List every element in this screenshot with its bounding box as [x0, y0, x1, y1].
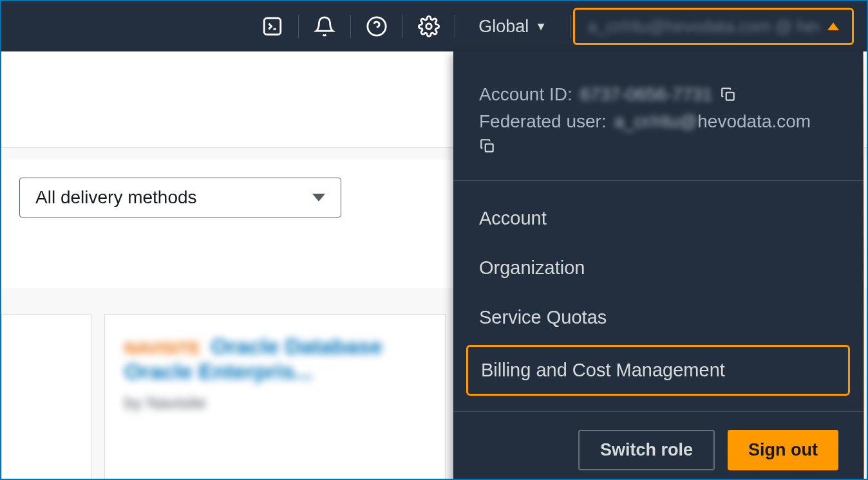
- account-dropdown-panel: Account ID: 6737-0656-7731 Federated use…: [453, 51, 863, 480]
- menu-item-organization[interactable]: Organization: [453, 243, 863, 293]
- card-vendor-badge: NAVISITE: [124, 338, 200, 358]
- menu-item-service-quotas[interactable]: Service Quotas: [453, 293, 863, 342]
- switch-role-button[interactable]: Switch role: [578, 430, 715, 470]
- svg-rect-5: [726, 93, 734, 100]
- settings-icon-button[interactable]: [403, 1, 455, 51]
- account-id-label: Account ID:: [479, 81, 572, 108]
- copy-icon: [720, 86, 737, 103]
- federated-user-label: Federated user:: [479, 108, 607, 135]
- copy-federated-user-button[interactable]: [479, 138, 496, 154]
- card-byline: by Navisite: [124, 393, 426, 413]
- menu-item-billing[interactable]: Billing and Cost Management: [466, 345, 850, 396]
- account-id-row: Account ID: 6737-0656-7731: [479, 81, 837, 108]
- copy-account-id-button[interactable]: [720, 86, 737, 103]
- card-title-line1: Oracle Database: [211, 334, 382, 358]
- delivery-select-value: All delivery methods: [35, 187, 197, 208]
- menu-item-account[interactable]: Account: [453, 194, 863, 243]
- account-info-section: Account ID: 6737-0656-7731 Federated use…: [453, 51, 863, 181]
- account-dropdown-trigger[interactable]: a_cr/ritu@hevodata.com @ hevo-cr: [573, 8, 854, 45]
- nav-divider: [570, 15, 571, 38]
- region-selector[interactable]: Global ▼: [455, 1, 570, 51]
- account-menu-list: Account Organization Service Quotas Bill…: [453, 181, 863, 412]
- notifications-icon-button[interactable]: [299, 1, 350, 51]
- svg-point-4: [426, 24, 432, 30]
- svg-rect-6: [486, 144, 493, 152]
- gear-icon: [418, 15, 440, 37]
- caret-down-icon: [312, 194, 325, 201]
- sign-out-button[interactable]: Sign out: [728, 430, 838, 470]
- account-id-value: 6737-0656-7731: [580, 81, 713, 108]
- terminal-icon: [261, 15, 283, 37]
- bell-icon: [314, 15, 335, 37]
- card-title-line2: Oracle Enterpris...: [124, 359, 426, 384]
- account-panel-footer: Switch role Sign out: [453, 412, 863, 480]
- result-card[interactable]: [1, 314, 91, 480]
- account-name: a_cr/ritu@hevodata.com @ hevo-cr: [588, 17, 820, 37]
- region-label: Global: [478, 17, 529, 37]
- nav-icon-group: Global ▼ a_cr/ritu@hevodata.com @ hevo-c…: [247, 1, 854, 51]
- card-content-blurred: NAVISITE Oracle Database Oracle Enterpri…: [124, 334, 426, 413]
- help-icon-button[interactable]: [351, 1, 402, 51]
- top-navigation-bar: Global ▼ a_cr/ritu@hevodata.com @ hevo-c…: [1, 1, 867, 51]
- delivery-method-select[interactable]: All delivery methods: [19, 178, 341, 217]
- caret-up-icon: [827, 23, 839, 30]
- result-card[interactable]: NAVISITE Oracle Database Oracle Enterpri…: [104, 314, 446, 480]
- federated-user-row: Federated user: a_cr/ritu@hevodata.com: [479, 108, 837, 135]
- cloudshell-icon-button[interactable]: [247, 1, 298, 51]
- question-icon: [366, 15, 388, 37]
- caret-down-icon: ▼: [535, 20, 547, 33]
- federated-user-value: a_cr/ritu@hevodata.com: [614, 108, 811, 135]
- copy-icon: [479, 138, 496, 154]
